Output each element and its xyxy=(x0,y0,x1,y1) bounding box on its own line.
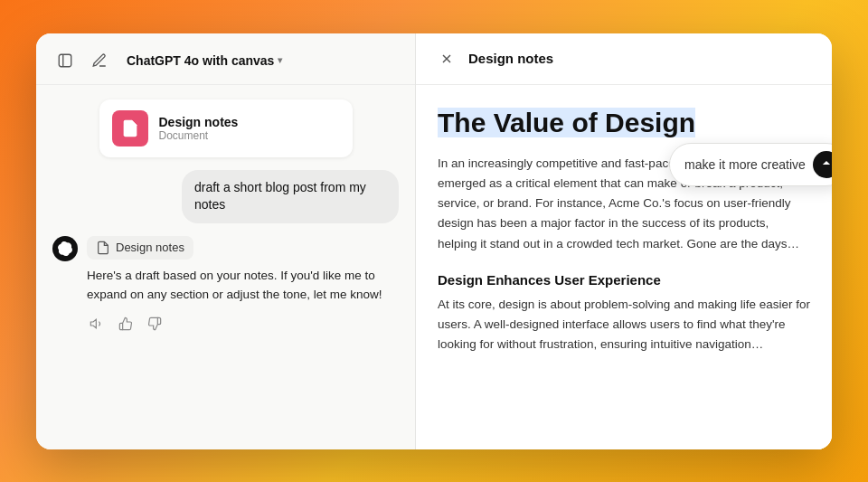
doc-info: Design notes Document xyxy=(159,115,239,142)
creative-send-button[interactable] xyxy=(813,151,832,178)
design-notes-ref[interactable]: Design notes xyxy=(87,236,193,260)
doc-title: Design notes xyxy=(159,115,239,129)
section1: Design Enhances User Experience At its c… xyxy=(438,272,810,355)
section1-title: Design Enhances User Experience xyxy=(438,272,810,288)
user-message: draft a short blog post from my notes xyxy=(182,170,399,223)
creative-input-overlay: make it more creative xyxy=(669,143,832,186)
blog-title-wrapper: The Value of Design xyxy=(438,107,810,139)
send-icon xyxy=(820,158,832,171)
design-notes-card[interactable]: Design notes Document xyxy=(99,99,353,157)
thumbs-down-button[interactable] xyxy=(145,314,165,334)
right-content: The Value of Design make it more creativ… xyxy=(416,85,832,449)
ai-actions xyxy=(87,314,399,334)
design-notes-ref-label: Design notes xyxy=(116,241,184,254)
sidebar-toggle-icon[interactable] xyxy=(52,48,78,73)
close-icon xyxy=(439,52,454,66)
right-header: Design notes xyxy=(416,33,832,85)
audio-icon xyxy=(90,317,104,331)
ai-response: Design notes Here's a draft based on you… xyxy=(52,236,399,334)
left-content: Design notes Document draft a short blog… xyxy=(36,85,415,449)
blog-title: The Value of Design xyxy=(438,108,695,137)
model-label: ChatGPT 4o with canvas xyxy=(127,53,274,68)
right-panel: Design notes The Value of Design make it… xyxy=(416,33,832,449)
canvas-title: Design notes xyxy=(468,51,553,66)
thumbs-up-button[interactable] xyxy=(116,314,136,334)
ai-response-content: Design notes Here's a draft based on you… xyxy=(87,236,399,334)
left-header: ChatGPT 4o with canvas ▾ xyxy=(36,33,415,85)
ai-avatar xyxy=(52,236,78,261)
ref-doc-icon xyxy=(96,241,110,255)
main-container: ChatGPT 4o with canvas ▾ Design note xyxy=(36,33,832,449)
thumbs-down-icon xyxy=(147,317,162,331)
creative-input-text: make it more creative xyxy=(684,157,806,172)
doc-svg xyxy=(120,118,140,138)
chevron-down-icon: ▾ xyxy=(278,55,282,65)
ai-text: Here's a draft based on your notes. If y… xyxy=(87,267,399,305)
document-icon xyxy=(112,110,148,146)
left-panel: ChatGPT 4o with canvas ▾ Design note xyxy=(36,33,416,449)
section1-text: At its core, design is about problem-sol… xyxy=(438,295,810,355)
audio-button[interactable] xyxy=(87,314,107,334)
edit-icon[interactable] xyxy=(87,48,112,73)
svg-rect-0 xyxy=(59,54,71,67)
doc-type: Document xyxy=(159,129,239,142)
svg-marker-4 xyxy=(90,319,96,327)
thumbs-up-icon xyxy=(118,317,133,331)
openai-icon xyxy=(58,241,72,256)
close-button[interactable] xyxy=(434,46,459,71)
model-selector[interactable]: ChatGPT 4o with canvas ▾ xyxy=(121,50,288,71)
